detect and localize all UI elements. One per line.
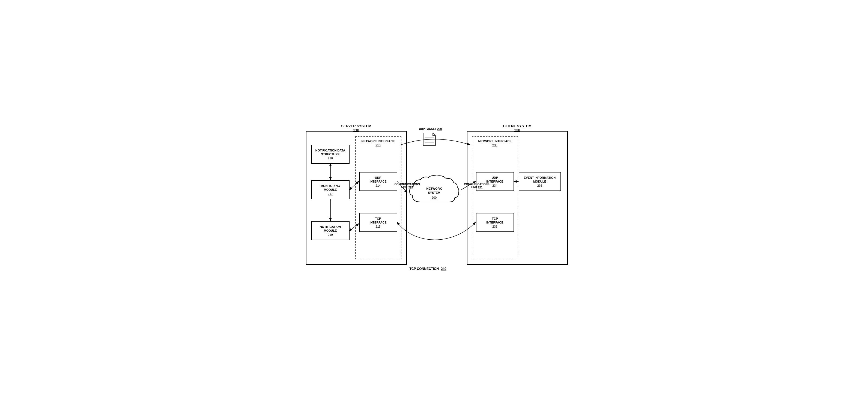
tcp-interface-client-box: TCP INTERFACE 235 [476,213,514,232]
svg-text:200: 200 [431,196,436,199]
server-network-interface-label: NETWORK INTERFACE [355,139,401,143]
notification-data-structure-box: NOTIFICATION DATA STRUCTURE 218 [311,145,349,164]
udp-packet-area: UDP PACKET 220 [422,132,437,147]
svg-text:NETWORK: NETWORK [426,187,442,190]
comm-link-211-label: COMMUNICATIONS LINK 211 [395,183,420,189]
client-system-label: CLIENT SYSTEM 230 [503,124,531,132]
tcp-interface-server-box: TCP INTERFACE 215 [359,213,397,232]
svg-text:SYSTEM: SYSTEM [428,191,440,194]
monitoring-module-box: MONITORING MODULE 217 [311,180,349,199]
server-network-interface-dashed: NETWORK INTERFACE 213 [355,137,401,259]
client-network-interface-num: 233 [472,144,518,147]
client-network-interface-label: NETWORK INTERFACE [472,139,518,143]
server-network-interface-num: 213 [355,144,401,147]
udp-packet-icon [422,132,437,146]
client-network-interface-dashed: NETWORK INTERFACE 233 [472,137,518,259]
event-information-module-box: EVENT INFORMATION MODULE 236 [519,172,561,191]
notification-module-box: NOTIFICATION MODULE 219 [311,221,349,240]
tcp-connection-label: TCP CONNECTION 240 [410,267,446,271]
udp-packet-label: UDP PACKET 220 [419,127,442,130]
diagram: SERVER SYSTEM 210 CLIENT SYSTEM 230 NOTI… [301,117,568,276]
udp-interface-server-box: UDP INTERFACE 214 [359,172,397,191]
network-system-container: NETWORK SYSTEM 200 [407,175,461,210]
network-system-cloud: NETWORK SYSTEM 200 [407,175,461,210]
server-system-label: SERVER SYSTEM 210 [341,124,371,132]
comm-link-231-label: COMMUNICATIONS LINK 231 [464,183,490,189]
